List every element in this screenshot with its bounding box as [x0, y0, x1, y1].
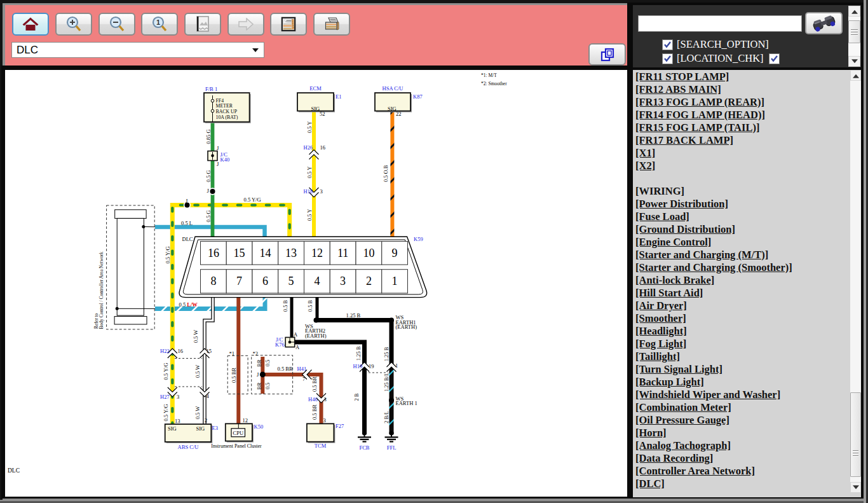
svg-text:2: 2	[205, 417, 207, 424]
svg-text:3: 3	[324, 396, 327, 403]
svg-text:6: 6	[262, 275, 268, 287]
svg-text:H26: H26	[304, 144, 313, 151]
svg-text:0.5 Y/G: 0.5 Y/G	[163, 362, 169, 380]
svg-text:16: 16	[208, 247, 219, 259]
svg-text:0.5 B: 0.5 B	[307, 300, 313, 312]
svg-text:J: J	[257, 371, 259, 378]
svg-text:K87: K87	[413, 93, 423, 100]
svg-text:FF4: FF4	[216, 98, 224, 104]
svg-text:TCM: TCM	[315, 443, 327, 449]
svg-text:DLC: DLC	[182, 236, 193, 242]
svg-text:METER: METER	[216, 103, 233, 109]
svg-text:0.5 Y: 0.5 Y	[306, 167, 313, 179]
svg-text:3: 3	[323, 417, 326, 424]
svg-text:J: J	[217, 161, 219, 167]
svg-text:E3: E3	[212, 425, 218, 431]
svg-text:H19: H19	[353, 363, 363, 369]
svg-text:BR: BR	[256, 382, 262, 390]
svg-text:H27: H27	[160, 394, 170, 400]
svg-text:0.85 G: 0.85 G	[205, 129, 212, 144]
svg-text:8: 8	[210, 275, 216, 287]
svg-text:0.5: 0.5	[264, 383, 271, 390]
svg-text:SIG: SIG	[196, 425, 205, 432]
svg-text:E1: E1	[336, 93, 341, 100]
svg-text:4: 4	[207, 393, 210, 399]
svg-text:FCB: FCB	[359, 444, 369, 451]
svg-text:2 B: 2 B	[353, 393, 360, 401]
svg-text:2: 2	[366, 275, 372, 287]
svg-text:0.5 G: 0.5 G	[205, 210, 212, 223]
svg-text:H41: H41	[297, 366, 307, 372]
svg-text:14: 14	[259, 247, 271, 259]
svg-text:0.5 BR: 0.5 BR	[231, 368, 237, 383]
svg-text:SIG: SIG	[311, 106, 320, 112]
svg-text:1: 1	[156, 18, 160, 26]
svg-text:7: 7	[302, 376, 305, 382]
svg-text:22: 22	[396, 111, 402, 117]
svg-text:10: 10	[363, 247, 374, 259]
svg-text:*1: M/T: *1: M/T	[481, 72, 497, 78]
svg-text:0.5 G: 0.5 G	[205, 170, 212, 183]
svg-text:SIG: SIG	[388, 106, 397, 112]
svg-text:7: 7	[236, 275, 242, 287]
svg-text:3: 3	[177, 394, 179, 400]
svg-text:2 B/L: 2 B/L	[383, 411, 390, 424]
svg-text:0.5 BR: 0.5 BR	[311, 376, 318, 392]
svg-text:H18: H18	[304, 188, 313, 195]
svg-text:1.25 B: 1.25 B	[383, 347, 390, 361]
svg-text:0.5 Y: 0.5 Y	[306, 121, 313, 134]
svg-text:HSA C/U: HSA C/U	[383, 85, 403, 92]
svg-text:0.5 B: 0.5 B	[282, 300, 288, 312]
svg-text:SIG: SIG	[168, 425, 177, 432]
svg-text:0.5 W: 0.5 W	[194, 365, 201, 378]
svg-text:1: 1	[392, 275, 398, 287]
svg-text:Body Control / Controller Area: Body Control / Controller Area Network	[98, 251, 104, 329]
svg-text:Instrument Panel Cluster: Instrument Panel Cluster	[211, 443, 262, 449]
svg-text:A: A	[294, 331, 298, 338]
svg-text:K59: K59	[414, 236, 423, 242]
svg-text:0.5 Y/G: 0.5 Y/G	[163, 404, 169, 421]
svg-text:1.25 B: 1.25 B	[355, 346, 362, 361]
svg-text:1: 1	[395, 362, 398, 369]
svg-text:K50: K50	[254, 424, 264, 430]
svg-text:0.5 BR: 0.5 BR	[278, 366, 293, 372]
svg-text:1.25 B: 1.25 B	[346, 312, 361, 319]
svg-text:*1: *1	[229, 350, 235, 357]
svg-text:*2: Smoother: *2: Smoother	[481, 81, 507, 86]
svg-text:F/B 1: F/B 1	[205, 86, 217, 92]
svg-text:5: 5	[288, 275, 294, 287]
svg-text:9: 9	[392, 247, 398, 259]
svg-text:4: 4	[314, 275, 320, 287]
svg-text:K40: K40	[220, 156, 230, 163]
svg-text:0.5 Y: 0.5 Y	[306, 209, 313, 221]
svg-text:0.5 BR: 0.5 BR	[311, 404, 318, 420]
svg-text:13: 13	[175, 418, 180, 424]
svg-text:0.5 O.B: 0.5 O.B	[383, 165, 389, 182]
svg-text:1.25 B/L: 1.25 B/L	[383, 373, 390, 392]
svg-text:ABS C/U: ABS C/U	[178, 444, 199, 450]
svg-text:J: J	[217, 145, 219, 151]
svg-text:3: 3	[340, 275, 346, 287]
svg-text:3: 3	[320, 188, 323, 195]
svg-text:(EARTH): (EARTH)	[396, 324, 417, 330]
svg-text:EARTH 1: EARTH 1	[396, 400, 417, 406]
svg-text:0.5 L: 0.5 L	[181, 220, 193, 226]
svg-text:K76: K76	[275, 341, 285, 348]
svg-text:BR: BR	[256, 359, 262, 367]
svg-text:0.5 Y/G: 0.5 Y/G	[165, 246, 171, 263]
svg-text:52: 52	[320, 111, 325, 117]
svg-text:H22: H22	[160, 348, 170, 354]
svg-text:0.5 W: 0.5 W	[194, 406, 201, 420]
svg-text:BACK UP: BACK UP	[216, 109, 238, 114]
svg-text:19: 19	[369, 363, 374, 369]
svg-text:H46: H46	[308, 396, 318, 403]
svg-text:16: 16	[320, 144, 326, 151]
svg-text:0.5: 0.5	[264, 360, 271, 367]
svg-text:0.5 Y/G: 0.5 Y/G	[244, 196, 261, 203]
svg-text:FFL: FFL	[387, 444, 397, 451]
svg-text:F27: F27	[336, 423, 344, 429]
svg-text:15: 15	[207, 348, 212, 354]
svg-text:(EARTH): (EARTH)	[305, 333, 327, 339]
svg-text:A: A	[295, 344, 300, 350]
svg-text:ECM: ECM	[309, 85, 322, 92]
